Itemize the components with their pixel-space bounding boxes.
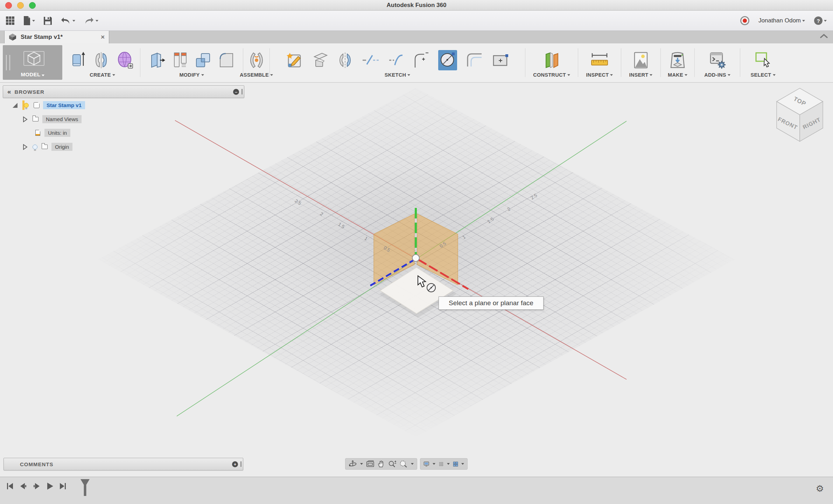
orbit-caret-icon[interactable] [360, 463, 363, 465]
visibility-bulb-icon[interactable] [24, 103, 29, 108]
display-settings-icon[interactable] [424, 460, 429, 468]
offset-icon[interactable] [466, 52, 483, 68]
comments-panel-header[interactable]: COMMENTS + [4, 458, 243, 470]
project-icon[interactable] [312, 52, 328, 69]
zoom-caret-icon[interactable] [411, 463, 414, 465]
mirror-icon[interactable] [337, 52, 353, 69]
file-menu-caret-icon [32, 20, 35, 22]
display-caret-icon[interactable] [433, 463, 435, 465]
assemble-label: ASSEMBLE [240, 72, 269, 78]
ribbon-group-label[interactable]: MODIFY [179, 72, 204, 78]
save-button[interactable] [43, 16, 52, 25]
construct-plane-icon[interactable] [543, 51, 560, 69]
go-to-start-icon[interactable] [6, 482, 13, 490]
timeline-settings-gear-icon[interactable]: ⚙ [816, 483, 824, 494]
viewcube[interactable]: TOP FRONT RIGHT [772, 86, 828, 144]
collapse-ribbon-button[interactable] [820, 34, 828, 40]
zoom-icon[interactable] [388, 460, 397, 468]
step-forward-icon[interactable] [33, 482, 41, 490]
disclosure-closed-icon[interactable] [22, 116, 28, 122]
addins-script-icon[interactable] [709, 51, 726, 69]
origin-label[interactable]: Origin [51, 143, 72, 151]
measure-icon[interactable] [590, 52, 609, 69]
viewport-canvas[interactable]: 0.5 1 1.5 2 2.5 0.5 1 1.5 2 2.5 Select a… [0, 83, 833, 477]
ribbon-group-label[interactable]: SELECT [751, 72, 776, 78]
app-launcher-button[interactable] [6, 16, 15, 25]
play-icon[interactable] [47, 482, 54, 490]
ribbon-group-label[interactable]: INSERT [629, 72, 653, 78]
pan-hand-icon[interactable] [377, 460, 385, 468]
ribbon-group-label[interactable]: SKETCH [385, 72, 410, 78]
collapse-panel-icon[interactable]: « [7, 88, 11, 96]
select-caret-icon [773, 74, 776, 76]
ribbon-group-label[interactable]: MAKE [668, 72, 687, 78]
go-to-end-icon[interactable] [59, 482, 66, 490]
named-views-label[interactable]: Named Views [42, 115, 82, 123]
joint-icon[interactable] [248, 51, 265, 69]
ribbon-group-label[interactable]: ASSEMBLE [240, 72, 273, 78]
create-sketch-icon[interactable] [286, 52, 302, 68]
document-tab[interactable]: Star Stamp v1* × [4, 31, 109, 43]
units-label[interactable]: Units: in [44, 129, 70, 137]
disclosure-open-icon[interactable] [13, 103, 18, 108]
extrude-icon[interactable] [71, 51, 86, 69]
disclosure-closed-icon[interactable] [22, 144, 28, 150]
timeline-position-marker[interactable] [80, 478, 90, 497]
select-cursor-icon[interactable] [755, 51, 771, 69]
step-back-icon[interactable] [19, 482, 27, 490]
viewports-caret-icon[interactable] [461, 463, 464, 465]
circle-tool-active[interactable] [438, 50, 457, 70]
insert-image-icon[interactable] [634, 51, 648, 69]
origin-point[interactable] [412, 254, 419, 261]
arc-icon[interactable] [413, 52, 429, 68]
browser-root-row[interactable]: Star Stamp v1 [13, 100, 85, 110]
ribbon-group-label[interactable]: CONSTRUCT [533, 72, 570, 78]
toolbar-grip[interactable] [6, 55, 10, 70]
viewports-icon[interactable] [453, 460, 458, 468]
grid-caret-icon[interactable] [447, 463, 450, 465]
line-icon[interactable] [362, 52, 379, 68]
zoom-window-icon[interactable] [399, 460, 408, 468]
remove-circle-icon[interactable]: – [233, 89, 239, 95]
undo-button[interactable] [61, 16, 75, 25]
ribbon-toolbar: MODEL [0, 43, 833, 83]
close-icon[interactable]: × [101, 33, 105, 41]
file-menu-button[interactable] [23, 16, 35, 26]
component-icon [34, 102, 40, 108]
ribbon-group-label[interactable]: INSPECT [586, 72, 613, 78]
redo-button[interactable] [84, 16, 98, 25]
press-pull-icon[interactable] [149, 52, 166, 69]
add-comment-icon[interactable]: + [232, 461, 238, 467]
rectangle-icon[interactable] [492, 53, 509, 68]
workspace-selector[interactable]: MODEL [3, 45, 62, 80]
document-tabbar: Star Stamp v1* × [0, 31, 833, 43]
browser-row-named-views[interactable]: Named Views [22, 114, 82, 124]
browser-row-origin[interactable]: Origin [22, 142, 72, 152]
browser-root-label[interactable]: Star Stamp v1 [43, 101, 85, 109]
folder-icon [42, 145, 48, 149]
browser-row-units[interactable]: Units: in [35, 128, 70, 138]
revolve-icon[interactable] [94, 51, 109, 69]
grid-settings-icon[interactable] [439, 460, 444, 468]
screencast-record-button[interactable] [740, 16, 749, 25]
create-form-icon[interactable] [117, 51, 134, 69]
browser-panel-header[interactable]: « BROWSER – [3, 85, 244, 98]
look-at-icon[interactable] [366, 460, 374, 468]
panel-grip[interactable] [240, 461, 241, 467]
fillet-icon[interactable] [219, 52, 234, 68]
help-menu[interactable]: ? [814, 16, 827, 25]
spline-icon[interactable] [388, 52, 404, 68]
ribbon-group-create: CREATE [65, 45, 140, 80]
ribbon-group-label[interactable]: CREATE [90, 72, 115, 78]
orbit-icon[interactable] [349, 460, 357, 468]
tooltip-text: Select a plane or planar face [449, 299, 533, 307]
visibility-bulb-off-icon[interactable] [33, 145, 37, 149]
combine-icon[interactable] [195, 52, 211, 68]
ribbon-group-label[interactable]: ADD-INS [704, 72, 730, 78]
appearance-icon[interactable] [173, 51, 187, 69]
account-menu[interactable]: Jonathan Odom [758, 17, 805, 24]
insert-label: INSERT [629, 72, 649, 78]
make-caret-icon [685, 74, 687, 76]
3d-print-icon[interactable] [670, 51, 686, 69]
panel-grip[interactable] [241, 89, 243, 94]
